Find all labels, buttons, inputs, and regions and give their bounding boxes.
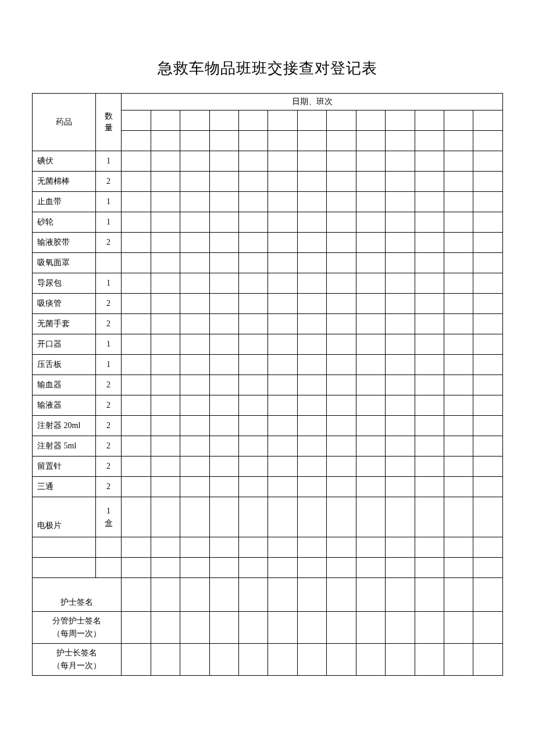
check-cell[interactable] xyxy=(473,334,503,355)
check-cell[interactable] xyxy=(122,416,151,436)
check-cell[interactable] xyxy=(268,334,297,355)
check-cell[interactable] xyxy=(209,355,238,375)
check-cell[interactable] xyxy=(415,497,444,537)
check-cell[interactable] xyxy=(238,355,268,375)
check-cell[interactable] xyxy=(122,273,151,294)
check-cell[interactable] xyxy=(238,151,268,172)
check-cell[interactable] xyxy=(386,192,415,212)
check-cell[interactable] xyxy=(327,375,356,395)
check-cell[interactable] xyxy=(151,172,180,192)
check-cell[interactable] xyxy=(151,375,180,395)
check-cell[interactable] xyxy=(444,151,473,172)
check-cell[interactable] xyxy=(327,212,356,233)
check-cell[interactable] xyxy=(473,497,503,537)
check-cell[interactable] xyxy=(209,436,238,457)
check-cell[interactable] xyxy=(473,253,503,273)
check-cell[interactable] xyxy=(473,151,503,172)
check-cell[interactable] xyxy=(209,416,238,436)
check-cell[interactable] xyxy=(238,192,268,212)
check-cell[interactable] xyxy=(297,436,326,457)
check-cell[interactable] xyxy=(386,172,415,192)
check-cell[interactable] xyxy=(209,497,238,537)
check-cell[interactable] xyxy=(444,192,473,212)
check-cell[interactable] xyxy=(473,192,503,212)
check-cell[interactable] xyxy=(415,253,444,273)
check-cell[interactable] xyxy=(297,457,326,477)
check-cell[interactable] xyxy=(238,233,268,253)
check-cell[interactable] xyxy=(327,253,356,273)
check-cell[interactable] xyxy=(415,172,444,192)
check-cell[interactable] xyxy=(180,314,209,334)
check-cell[interactable] xyxy=(444,314,473,334)
check-cell[interactable] xyxy=(122,192,151,212)
check-cell[interactable] xyxy=(356,294,385,314)
check-cell[interactable] xyxy=(415,294,444,314)
check-cell[interactable] xyxy=(356,355,385,375)
check-cell[interactable] xyxy=(386,477,415,497)
check-cell[interactable] xyxy=(386,416,415,436)
check-cell[interactable] xyxy=(327,314,356,334)
check-cell[interactable] xyxy=(180,416,209,436)
check-cell[interactable] xyxy=(238,457,268,477)
check-cell[interactable] xyxy=(297,477,326,497)
check-cell[interactable] xyxy=(297,334,326,355)
check-cell[interactable] xyxy=(356,151,385,172)
check-cell[interactable] xyxy=(327,334,356,355)
check-cell[interactable] xyxy=(386,436,415,457)
check-cell[interactable] xyxy=(180,151,209,172)
check-cell[interactable] xyxy=(386,314,415,334)
check-cell[interactable] xyxy=(327,477,356,497)
check-cell[interactable] xyxy=(473,314,503,334)
check-cell[interactable] xyxy=(473,477,503,497)
check-cell[interactable] xyxy=(473,416,503,436)
check-cell[interactable] xyxy=(151,233,180,253)
check-cell[interactable] xyxy=(151,314,180,334)
check-cell[interactable] xyxy=(180,294,209,314)
check-cell[interactable] xyxy=(327,294,356,314)
check-cell[interactable] xyxy=(268,151,297,172)
check-cell[interactable] xyxy=(122,497,151,537)
check-cell[interactable] xyxy=(473,212,503,233)
check-cell[interactable] xyxy=(327,273,356,294)
check-cell[interactable] xyxy=(180,253,209,273)
check-cell[interactable] xyxy=(209,375,238,395)
check-cell[interactable] xyxy=(415,314,444,334)
check-cell[interactable] xyxy=(122,212,151,233)
check-cell[interactable] xyxy=(473,294,503,314)
check-cell[interactable] xyxy=(151,355,180,375)
check-cell[interactable] xyxy=(151,477,180,497)
check-cell[interactable] xyxy=(180,273,209,294)
check-cell[interactable] xyxy=(209,233,238,253)
check-cell[interactable] xyxy=(415,436,444,457)
check-cell[interactable] xyxy=(151,395,180,416)
check-cell[interactable] xyxy=(180,192,209,212)
check-cell[interactable] xyxy=(386,294,415,314)
check-cell[interactable] xyxy=(415,416,444,436)
check-cell[interactable] xyxy=(180,212,209,233)
check-cell[interactable] xyxy=(297,395,326,416)
check-cell[interactable] xyxy=(209,395,238,416)
check-cell[interactable] xyxy=(297,497,326,537)
check-cell[interactable] xyxy=(268,395,297,416)
check-cell[interactable] xyxy=(356,192,385,212)
check-cell[interactable] xyxy=(473,457,503,477)
check-cell[interactable] xyxy=(444,497,473,537)
check-cell[interactable] xyxy=(297,212,326,233)
check-cell[interactable] xyxy=(327,151,356,172)
check-cell[interactable] xyxy=(180,233,209,253)
check-cell[interactable] xyxy=(356,253,385,273)
check-cell[interactable] xyxy=(444,457,473,477)
check-cell[interactable] xyxy=(444,477,473,497)
check-cell[interactable] xyxy=(415,457,444,477)
check-cell[interactable] xyxy=(122,172,151,192)
check-cell[interactable] xyxy=(297,172,326,192)
check-cell[interactable] xyxy=(180,172,209,192)
check-cell[interactable] xyxy=(122,395,151,416)
check-cell[interactable] xyxy=(473,436,503,457)
check-cell[interactable] xyxy=(268,436,297,457)
check-cell[interactable] xyxy=(415,477,444,497)
check-cell[interactable] xyxy=(122,253,151,273)
check-cell[interactable] xyxy=(415,273,444,294)
check-cell[interactable] xyxy=(356,334,385,355)
check-cell[interactable] xyxy=(180,497,209,537)
